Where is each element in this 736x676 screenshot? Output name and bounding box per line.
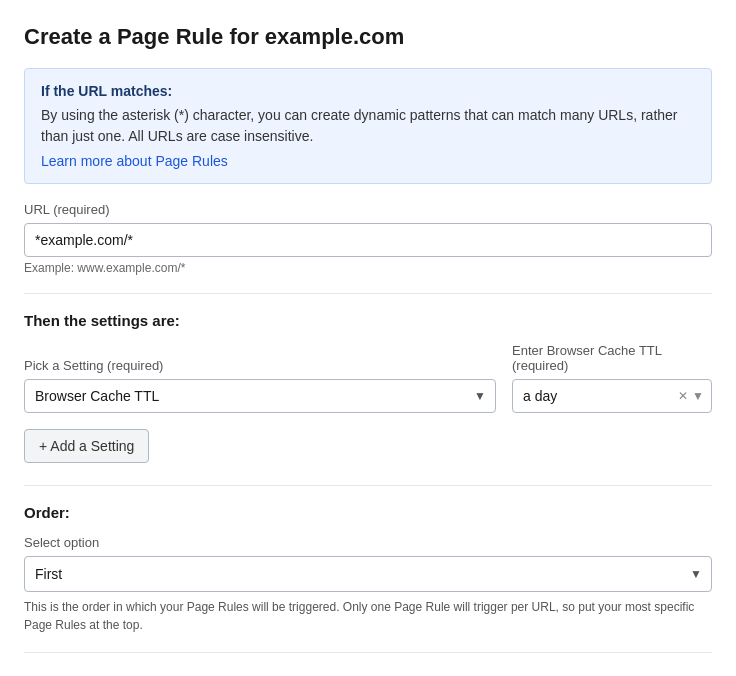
pick-setting-wrapper: Browser Cache TTL Cache Level Security L… xyxy=(24,379,496,413)
settings-title: Then the settings are: xyxy=(24,312,712,329)
settings-section: Then the settings are: Pick a Setting (r… xyxy=(24,312,712,467)
add-setting-button[interactable]: + Add a Setting xyxy=(24,429,149,463)
url-form-group: URL (required) Example: www.example.com/… xyxy=(24,202,712,275)
divider-2 xyxy=(24,485,712,486)
learn-more-link[interactable]: Learn more about Page Rules xyxy=(41,153,228,169)
ttl-select-wrapper: a day 2 days 3 days 4 days 5 days 8 days… xyxy=(512,379,712,413)
info-box-description: By using the asterisk (*) character, you… xyxy=(41,105,695,147)
order-select[interactable]: First Last Custom xyxy=(24,556,712,592)
footer-actions: Cancel Save as Draft Save and Deploy Pag… xyxy=(24,671,712,676)
pick-setting-label: Pick a Setting (required) xyxy=(24,358,496,373)
order-section: Order: Select option First Last Custom ▼… xyxy=(24,504,712,634)
order-title: Order: xyxy=(24,504,712,521)
info-box: If the URL matches: By using the asteris… xyxy=(24,68,712,184)
url-label: URL (required) xyxy=(24,202,712,217)
order-select-wrapper: First Last Custom ▼ xyxy=(24,556,712,592)
divider-1 xyxy=(24,293,712,294)
ttl-col: Enter Browser Cache TTL (required) a day… xyxy=(512,343,712,413)
ttl-select[interactable]: a day 2 days 3 days 4 days 5 days 8 days… xyxy=(512,379,712,413)
settings-row: Pick a Setting (required) Browser Cache … xyxy=(24,343,712,413)
url-input[interactable] xyxy=(24,223,712,257)
pick-setting-col: Pick a Setting (required) Browser Cache … xyxy=(24,358,496,413)
divider-3 xyxy=(24,652,712,653)
ttl-label: Enter Browser Cache TTL (required) xyxy=(512,343,712,373)
pick-setting-select[interactable]: Browser Cache TTL Cache Level Security L… xyxy=(24,379,496,413)
order-select-label: Select option xyxy=(24,535,712,550)
url-example: Example: www.example.com/* xyxy=(24,261,712,275)
info-box-heading: If the URL matches: xyxy=(41,83,695,99)
order-hint: This is the order in which your Page Rul… xyxy=(24,598,712,634)
order-form-group: Select option First Last Custom ▼ This i… xyxy=(24,535,712,634)
page-title: Create a Page Rule for example.com xyxy=(24,24,712,50)
